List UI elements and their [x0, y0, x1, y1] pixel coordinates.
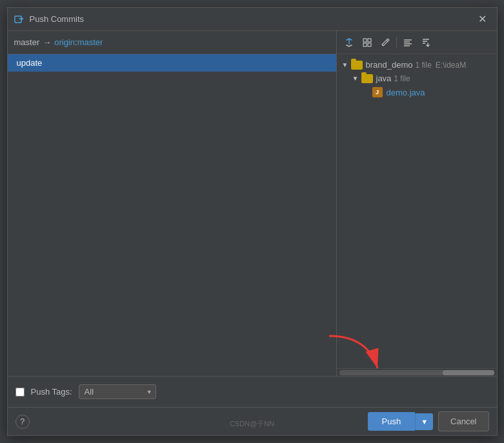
- left-panel: master → origin : master update: [8, 31, 337, 376]
- sort-desc-icon[interactable]: [419, 35, 433, 50]
- svg-rect-1: [363, 39, 367, 42]
- horizontal-scrollbar[interactable]: [337, 368, 497, 376]
- tree-item-demo-java[interactable]: J demo.java: [337, 85, 497, 99]
- bottom-bar: Push Tags: All Ask None: [8, 376, 497, 407]
- file-name: demo.java: [387, 88, 425, 97]
- svg-rect-0: [15, 16, 21, 23]
- expand-arrow: ▼: [352, 75, 360, 82]
- expand-arrow: ▼: [342, 61, 350, 68]
- edit-icon[interactable]: [378, 35, 392, 50]
- push-tags-label: Push Tags:: [31, 387, 72, 397]
- close-button[interactable]: ✕: [475, 12, 490, 27]
- toolbar-divider: [396, 37, 397, 48]
- file-count: 1 file: [394, 74, 410, 83]
- branch-remote-origin[interactable]: origin: [54, 37, 75, 47]
- push-tags-select-wrapper: All Ask None: [79, 384, 156, 399]
- commit-list: update: [8, 54, 336, 376]
- right-toolbar: [337, 31, 497, 54]
- scrollbar-track: [339, 370, 494, 375]
- push-button[interactable]: Push: [368, 412, 416, 431]
- folder-icon: [351, 61, 363, 70]
- dialog-icon: [14, 14, 25, 25]
- dialog-title: Push Commits: [30, 14, 475, 24]
- content-area: master → origin : master update: [8, 31, 497, 376]
- right-panel: ▼ brand_demo 1 file E:\ideaM ▼ java 1 fi…: [337, 31, 497, 376]
- push-tags-select[interactable]: All Ask None: [79, 384, 156, 399]
- svg-rect-4: [368, 43, 371, 46]
- folder-name: brand_demo: [366, 60, 413, 70]
- folder-icon: [361, 74, 373, 83]
- branch-remote-branch[interactable]: master: [77, 37, 103, 47]
- file-count: 1 file: [416, 61, 432, 70]
- push-commits-dialog: Push Commits ✕ master → origin : master …: [7, 7, 498, 436]
- folder-name: java: [376, 74, 392, 83]
- title-bar: Push Commits ✕: [8, 8, 497, 31]
- push-dropdown-button[interactable]: ▼: [415, 413, 433, 430]
- branch-row: master → origin : master: [8, 31, 336, 54]
- java-file-icon: J: [372, 87, 383, 97]
- branch-arrow: →: [43, 37, 51, 47]
- grid-icon[interactable]: [360, 35, 374, 50]
- sort-icon[interactable]: [342, 35, 356, 50]
- file-path: E:\ideaM: [436, 61, 466, 70]
- push-btn-group: Push ▼: [368, 412, 434, 431]
- push-tags-checkbox[interactable]: [15, 388, 25, 397]
- cancel-button[interactable]: Cancel: [438, 411, 489, 431]
- svg-rect-3: [363, 43, 367, 46]
- scrollbar-thumb[interactable]: [443, 370, 494, 375]
- tree-item-brand-demo[interactable]: ▼ brand_demo 1 file E:\ideaM: [337, 58, 497, 72]
- footer-bar: ? Push ▼ Cancel: [8, 407, 497, 435]
- help-button[interactable]: ?: [15, 415, 30, 429]
- commit-item[interactable]: update: [8, 54, 336, 72]
- tree-item-java[interactable]: ▼ java 1 file: [337, 72, 497, 85]
- align-left-icon[interactable]: [401, 35, 415, 50]
- branch-local: master: [14, 37, 40, 47]
- file-tree: ▼ brand_demo 1 file E:\ideaM ▼ java 1 fi…: [337, 54, 497, 368]
- svg-rect-2: [368, 39, 371, 42]
